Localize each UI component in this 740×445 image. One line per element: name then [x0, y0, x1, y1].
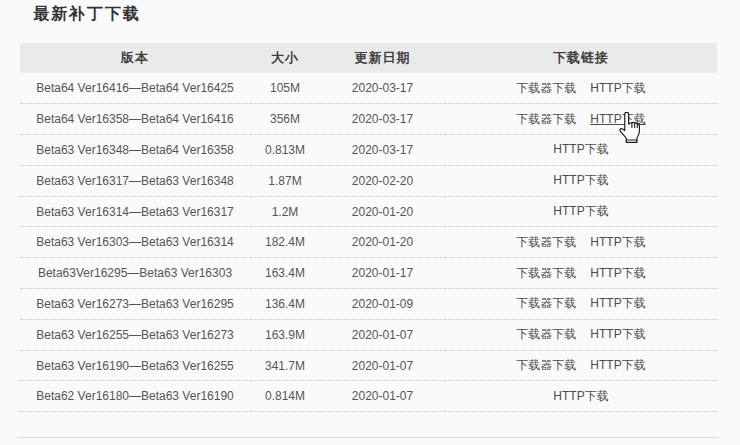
version-cell: Beta63 Ver16303—Beta63 Ver16314	[20, 227, 250, 258]
table-row: Beta63 Ver16255—Beta63 Ver16273163.9M202…	[20, 319, 717, 350]
http-download-link[interactable]: HTTP下载	[590, 80, 645, 97]
date-cell: 2020-01-20	[320, 196, 445, 227]
date-cell: 2020-03-17	[320, 73, 445, 104]
download-links-cell: HTTP下载	[445, 165, 717, 196]
http-download-link[interactable]: HTTP下载	[553, 172, 608, 189]
downloader-download-link[interactable]: 下载器下载	[516, 80, 576, 97]
date-cell: 2020-03-17	[320, 135, 445, 166]
http-download-link[interactable]: HTTP下载	[553, 141, 608, 158]
download-links-cell: HTTP下载	[445, 135, 717, 166]
download-links-cell: 下载器下载HTTP下载	[445, 289, 717, 320]
size-cell: 163.9M	[250, 319, 320, 350]
downloader-download-link[interactable]: 下载器下载	[516, 111, 576, 128]
date-cell: 2020-03-17	[320, 104, 445, 135]
table-row: Beta62 Ver16180—Beta63 Ver161900.814M202…	[20, 381, 717, 412]
size-cell: 1.87M	[250, 165, 320, 196]
date-cell: 2020-02-20	[320, 165, 445, 196]
size-cell: 356M	[250, 104, 320, 135]
http-download-link[interactable]: HTTP下载	[590, 295, 645, 312]
downloader-download-link[interactable]: 下载器下载	[516, 357, 576, 374]
download-links-cell: 下载器下载HTTP下载	[445, 258, 717, 289]
table-row: Beta64 Ver16416—Beta64 Ver16425105M2020-…	[20, 73, 717, 104]
column-header-date: 更新日期	[320, 43, 445, 73]
table-header-row: 版本 大小 更新日期 下载链接	[20, 43, 717, 73]
http-download-link[interactable]: HTTP下载	[553, 203, 608, 220]
table-row: Beta63 Ver16190—Beta63 Ver16255341.7M202…	[20, 350, 717, 381]
table-row: Beta64 Ver16358—Beta64 Ver16416356M2020-…	[20, 104, 717, 135]
column-header-download-links: 下载链接	[445, 43, 717, 73]
http-download-link[interactable]: HTTP下载	[590, 326, 645, 343]
column-header-version: 版本	[20, 43, 250, 73]
version-cell: Beta63 Ver16317—Beta63 Ver16348	[20, 165, 250, 196]
download-links-cell: 下载器下载HTTP下载	[445, 104, 717, 135]
http-download-link[interactable]: HTTP下载	[590, 111, 645, 128]
download-links-cell: 下载器下载HTTP下载	[445, 319, 717, 350]
size-cell: 0.814M	[250, 381, 320, 412]
section-divider	[18, 437, 718, 438]
date-cell: 2020-01-07	[320, 381, 445, 412]
version-cell: Beta62 Ver16180—Beta63 Ver16190	[20, 381, 250, 412]
table-row: Beta63 Ver16314—Beta63 Ver163171.2M2020-…	[20, 196, 717, 227]
version-cell: Beta63 Ver16314—Beta63 Ver16317	[20, 196, 250, 227]
downloader-download-link[interactable]: 下载器下载	[516, 326, 576, 343]
version-cell: Beta64 Ver16358—Beta64 Ver16416	[20, 104, 250, 135]
downloader-download-link[interactable]: 下载器下载	[516, 295, 576, 312]
downloader-download-link[interactable]: 下载器下载	[516, 265, 576, 282]
table-row: Beta63 Ver16303—Beta63 Ver16314182.4M202…	[20, 227, 717, 258]
version-cell: Beta63 Ver16255—Beta63 Ver16273	[20, 319, 250, 350]
patch-download-table: 版本 大小 更新日期 下载链接 Beta64 Ver16416—Beta64 V…	[20, 43, 717, 412]
date-cell: 2020-01-07	[320, 350, 445, 381]
http-download-link[interactable]: HTTP下载	[590, 265, 645, 282]
page-title: 最新补丁下载	[33, 4, 141, 25]
http-download-link[interactable]: HTTP下载	[553, 388, 608, 405]
size-cell: 1.2M	[250, 196, 320, 227]
download-links-cell: 下载器下载HTTP下载	[445, 73, 717, 104]
size-cell: 163.4M	[250, 258, 320, 289]
table-row: Beta63 Ver16273—Beta63 Ver16295136.4M202…	[20, 289, 717, 320]
http-download-link[interactable]: HTTP下载	[590, 357, 645, 374]
downloader-download-link[interactable]: 下载器下载	[516, 234, 576, 251]
size-cell: 105M	[250, 73, 320, 104]
table-row: Beta63 Ver16348—Beta64 Ver163580.813M202…	[20, 135, 717, 166]
download-links-cell: 下载器下载HTTP下载	[445, 227, 717, 258]
version-cell: Beta63 Ver16273—Beta63 Ver16295	[20, 289, 250, 320]
size-cell: 0.813M	[250, 135, 320, 166]
version-cell: Beta63 Ver16190—Beta63 Ver16255	[20, 350, 250, 381]
version-cell: Beta63 Ver16348—Beta64 Ver16358	[20, 135, 250, 166]
http-download-link[interactable]: HTTP下载	[590, 234, 645, 251]
table-row: Beta63Ver16295—Beta63 Ver16303163.4M2020…	[20, 258, 717, 289]
date-cell: 2020-01-07	[320, 319, 445, 350]
column-header-size: 大小	[250, 43, 320, 73]
date-cell: 2020-01-17	[320, 258, 445, 289]
size-cell: 136.4M	[250, 289, 320, 320]
date-cell: 2020-01-20	[320, 227, 445, 258]
download-links-cell: HTTP下载	[445, 196, 717, 227]
date-cell: 2020-01-09	[320, 289, 445, 320]
patch-table-body: Beta64 Ver16416—Beta64 Ver16425105M2020-…	[20, 73, 717, 412]
table-row: Beta63 Ver16317—Beta63 Ver163481.87M2020…	[20, 165, 717, 196]
download-links-cell: HTTP下载	[445, 381, 717, 412]
download-links-cell: 下载器下载HTTP下载	[445, 350, 717, 381]
size-cell: 341.7M	[250, 350, 320, 381]
version-cell: Beta63Ver16295—Beta63 Ver16303	[20, 258, 250, 289]
version-cell: Beta64 Ver16416—Beta64 Ver16425	[20, 73, 250, 104]
size-cell: 182.4M	[250, 227, 320, 258]
